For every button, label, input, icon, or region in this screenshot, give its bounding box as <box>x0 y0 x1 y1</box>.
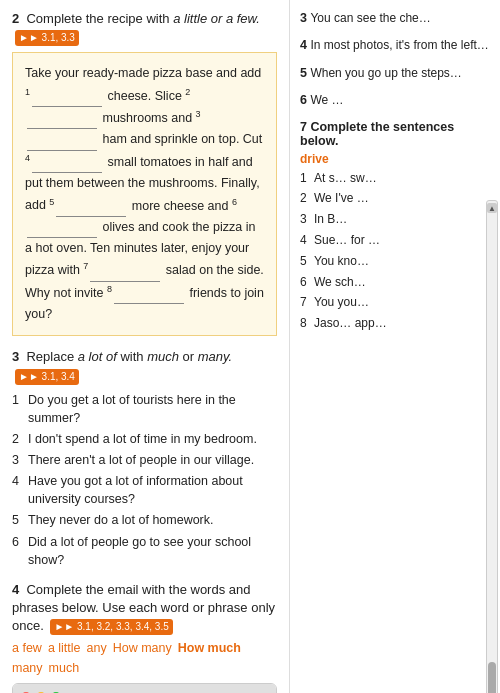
section-2: 2 Complete the recipe with a little or a… <box>12 10 277 336</box>
list-item: 8Jaso… app… <box>300 315 490 332</box>
ref-tag-2: ►► 3.1, 3.3 <box>15 30 79 46</box>
list-item: 1Do you get a lot of tourists here in th… <box>12 391 277 427</box>
word-how-many: How many <box>113 641 172 655</box>
right-column: 3 You can see the che… 4 In most photos,… <box>290 0 500 693</box>
blank-3[interactable] <box>27 150 97 151</box>
list-item: 3There aren't a lot of people in our vil… <box>12 451 277 469</box>
word-a-little: a little <box>48 641 81 655</box>
email-window: ✉ Hi Hailey How are you? I hope you enjo… <box>12 683 277 693</box>
section7-list: 1At s… sw… 2We I've … 3In B… 4Sue… for …… <box>300 170 490 332</box>
word-bank: a few a little any How many How much man… <box>12 641 277 675</box>
section2-number: 2 <box>12 11 19 26</box>
list-item: 1At s… sw… <box>300 170 490 187</box>
section2-title: 2 Complete the recipe with a little or a… <box>12 10 277 46</box>
list-item: 6Did a lot of people go to see your scho… <box>12 533 277 569</box>
section4-title: 4 Complete the email with the words and … <box>12 581 277 636</box>
list-item: 4Sue… for … <box>300 232 490 249</box>
section-3: 3 Replace a lot of with much or many. ►►… <box>12 348 277 569</box>
scroll-thumb[interactable] <box>488 662 496 693</box>
scrollbar[interactable]: ▲ ▼ <box>486 200 498 693</box>
blank-5[interactable] <box>56 216 126 217</box>
list-item: 7You you… <box>300 294 490 311</box>
section3-title: 3 Replace a lot of with much or many. ►►… <box>12 348 277 384</box>
list-item: 5You kno… <box>300 253 490 270</box>
word-many: many <box>12 661 43 675</box>
list-item: 6We sch… <box>300 274 490 291</box>
blank-2[interactable] <box>27 128 97 129</box>
list-item: 5They never do a lot of homework. <box>12 511 277 529</box>
section7-sub: drive <box>300 152 490 166</box>
section7-block: 7 Complete the sentences below. drive 1A… <box>300 120 490 332</box>
blank-7[interactable] <box>90 281 160 282</box>
list-item: 4Have you got a lot of information about… <box>12 472 277 508</box>
word-any: any <box>87 641 107 655</box>
word-how-much: How much <box>178 641 241 655</box>
email-titlebar: ✉ <box>13 684 276 693</box>
scroll-up-button[interactable]: ▲ <box>487 203 497 213</box>
section-4: 4 Complete the email with the words and … <box>12 581 277 693</box>
email-icon: ✉ <box>256 689 268 693</box>
section3-list: 1Do you get a lot of tourists here in th… <box>12 391 277 569</box>
right-item-6: 6 We … <box>300 92 490 109</box>
word-much: much <box>49 661 80 675</box>
list-item: 3In B… <box>300 211 490 228</box>
right-item-4: 4 In most photos, it's from the left… <box>300 37 490 54</box>
ref-tag-3: ►► 3.1, 3.4 <box>15 369 79 385</box>
right-item-3: 3 You can see the che… <box>300 10 490 27</box>
list-item: 2We I've … <box>300 190 490 207</box>
list-item: 2I don't spend a lot of time in my bedro… <box>12 430 277 448</box>
blank-6[interactable] <box>27 237 97 238</box>
right-item-5: 5 When you go up the steps… <box>300 65 490 82</box>
word-a-few: a few <box>12 641 42 655</box>
section7-header: 7 Complete the sentences below. <box>300 120 490 148</box>
blank-4[interactable] <box>32 172 102 173</box>
blank-1[interactable] <box>32 106 102 107</box>
ref-tag-4: ►► 3.1, 3.2, 3.3, 3.4, 3.5 <box>50 619 172 635</box>
left-column: 2 Complete the recipe with a little or a… <box>0 0 290 693</box>
blank-8[interactable] <box>114 303 184 304</box>
recipe-box: Take your ready-made pizza base and add … <box>12 52 277 336</box>
